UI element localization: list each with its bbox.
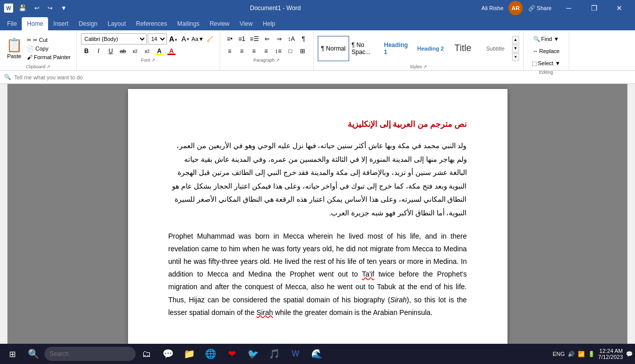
style-expand-button[interactable]: ▾ xyxy=(512,53,519,61)
tab-help[interactable]: Help xyxy=(258,17,280,30)
file-explorer-button[interactable]: 📁 xyxy=(179,345,199,363)
start-button[interactable]: ⊞ xyxy=(2,345,22,363)
save-quick-button[interactable]: 💾 xyxy=(16,4,29,13)
minimize-button[interactable]: ─ xyxy=(557,0,580,16)
font-color-bar xyxy=(167,54,176,55)
avatar[interactable]: AR xyxy=(509,1,523,15)
decrease-indent-button[interactable]: ⇐ xyxy=(262,33,273,44)
align-left-button[interactable]: ≡ xyxy=(224,46,235,57)
search-taskbar-button[interactable]: 🔍 xyxy=(23,345,44,363)
decrease-font-button[interactable]: A▼ xyxy=(180,33,191,44)
subscript-button[interactable]: x2 xyxy=(130,46,141,57)
style-scroll-up-button[interactable]: ▲ xyxy=(512,36,519,44)
chat-button[interactable]: 💬 xyxy=(158,345,178,363)
numbering-button[interactable]: ≡1 xyxy=(236,33,247,44)
editing-group: 🔍 Find ▼ ↔ Replace ⬚ Select ▼ Editing xyxy=(524,32,569,70)
align-right-button[interactable]: ≡ xyxy=(248,46,260,57)
tab-insert[interactable]: Insert xyxy=(48,17,73,30)
change-case-button[interactable]: Aa▼ xyxy=(192,33,203,44)
undo-button[interactable]: ↩ xyxy=(32,4,42,13)
strikethrough-button[interactable]: ab xyxy=(117,46,129,57)
center-button[interactable]: ≡ xyxy=(236,46,247,57)
underline-button[interactable]: U xyxy=(105,46,116,57)
text-highlight-button[interactable]: A xyxy=(154,46,165,57)
cut-button[interactable]: ✂✂ Cut xyxy=(25,36,72,44)
sort-button[interactable]: ↕A xyxy=(286,33,297,44)
increase-indent-button[interactable]: ⇒ xyxy=(274,33,285,44)
increase-font-button[interactable]: A▲ xyxy=(168,33,179,44)
format-painter-button[interactable]: 🖌Format Painter xyxy=(25,54,72,61)
style-normal[interactable]: ¶ Normal xyxy=(318,36,349,61)
multilevel-button[interactable]: ≡☰ xyxy=(248,33,261,44)
tab-design[interactable]: Design xyxy=(73,17,102,30)
tab-file[interactable]: File xyxy=(2,17,22,30)
sirah-text1: Sirah xyxy=(390,296,407,304)
style-normal-preview: ¶ Normal xyxy=(321,45,346,52)
document-page[interactable]: نص مترجم من العربية إلى الإنكليزية ولد ا… xyxy=(128,89,507,353)
font-expand-icon[interactable]: ↗ xyxy=(151,58,155,63)
tab-layout[interactable]: Layout xyxy=(103,17,131,30)
justify-button[interactable]: ≡ xyxy=(261,46,272,57)
font-size-select[interactable]: 14 xyxy=(148,33,167,44)
tab-review[interactable]: Review xyxy=(204,17,234,30)
paragraph-expand-icon[interactable]: ↗ xyxy=(276,58,280,63)
style-title[interactable]: Title xyxy=(447,36,479,61)
time: 12:24 AM xyxy=(598,348,623,354)
superscript-button[interactable]: x2 xyxy=(142,46,153,57)
format-painter-icon: 🖌 xyxy=(27,54,32,60)
music-button[interactable]: 🎵 xyxy=(264,345,284,363)
style-no-spacing[interactable]: ¶ No Spac... xyxy=(350,36,382,61)
tab-home[interactable]: Home xyxy=(22,17,48,30)
taif-text: Ta'if xyxy=(362,270,374,278)
bold-button[interactable]: B xyxy=(81,46,92,57)
font-color-button[interactable]: A xyxy=(166,46,177,57)
taskbar-right: ENG 🔊 📶 🔋 12:24 AM 7/12/2023 💬 xyxy=(553,348,633,360)
tab-references[interactable]: References xyxy=(131,17,172,30)
style-subtitle-preview: Subtitle xyxy=(486,46,504,52)
style-scroll-down-button[interactable]: ▼ xyxy=(512,44,519,53)
twitter-button[interactable]: 🐦 xyxy=(243,345,263,363)
line-spacing-button[interactable]: ↕≡ xyxy=(273,46,284,57)
taskbar-search-input[interactable] xyxy=(45,347,136,361)
share-button[interactable]: 🔗 Share xyxy=(525,0,555,16)
main-area: نص مترجم من العربية إلى الإنكليزية ولد ا… xyxy=(0,84,635,353)
select-icon: ⬚ xyxy=(532,60,537,67)
show-hide-button[interactable]: ¶ xyxy=(298,33,309,44)
english-paragraph[interactable]: Prophet Muhammad was born in Mecca where… xyxy=(168,230,467,319)
scissors-icon: ✂ xyxy=(27,37,31,43)
bullets-button[interactable]: ≡• xyxy=(224,33,235,44)
shading-button[interactable]: □ xyxy=(285,46,296,57)
clipboard-expand-icon[interactable]: ↗ xyxy=(47,64,51,69)
font-family-select[interactable]: Calibri (Body) xyxy=(81,33,147,44)
customize-quick-access-button[interactable]: ▼ xyxy=(58,4,69,13)
paste-button[interactable]: 📋 Paste xyxy=(4,36,24,60)
paragraph-group: ≡• ≡1 ≡☰ ⇐ ⇒ ↕A ¶ ≡ ≡ ≡ ≡ ↕≡ □ ⊞ Paragra… xyxy=(220,32,314,70)
arabic-paragraph[interactable]: ولد النبي محمد في مكة وبها عاش أكثر سنين… xyxy=(168,139,467,220)
italic-button[interactable]: I xyxy=(93,46,104,57)
select-button[interactable]: ⬚ Select ▼ xyxy=(530,58,563,69)
redo-button[interactable]: ↪ xyxy=(45,4,55,13)
style-subtitle[interactable]: Subtitle xyxy=(480,36,511,61)
style-heading2[interactable]: Heading 2 xyxy=(415,36,446,61)
edge-button[interactable]: 🌊 xyxy=(307,345,327,363)
tab-view[interactable]: View xyxy=(235,17,258,30)
heart-button[interactable]: ❤ xyxy=(222,345,242,363)
tell-me-input[interactable] xyxy=(14,74,631,80)
copy-button[interactable]: 📄Copy xyxy=(25,45,72,53)
style-heading1[interactable]: Heading 1 xyxy=(383,36,414,61)
restore-button[interactable]: ❐ xyxy=(582,0,606,16)
document-area[interactable]: نص مترجم من العربية إلى الإنكليزية ولد ا… xyxy=(8,84,627,353)
word-taskbar-button[interactable]: W xyxy=(285,345,306,363)
styles-expand-icon[interactable]: ↗ xyxy=(423,64,427,69)
close-button[interactable]: ✕ xyxy=(608,0,631,16)
find-icon: 🔍 xyxy=(533,36,540,42)
find-button[interactable]: 🔍 Find ▼ xyxy=(531,33,561,44)
replace-button[interactable]: ↔ Replace xyxy=(531,46,562,57)
font-group-content: Calibri (Body) 14 A▲ A▼ Aa▼ 🧹 B I U ab x… xyxy=(81,33,216,57)
borders-button[interactable]: ⊞ xyxy=(297,46,308,57)
title-bar-left: W 💾 ↩ ↪ ▼ xyxy=(4,4,69,13)
clear-format-button[interactable]: 🧹 xyxy=(204,33,216,44)
browser-button[interactable]: 🌐 xyxy=(200,345,221,363)
tab-mailings[interactable]: Mailings xyxy=(172,17,204,30)
task-view-button[interactable]: 🗂 xyxy=(137,345,157,363)
